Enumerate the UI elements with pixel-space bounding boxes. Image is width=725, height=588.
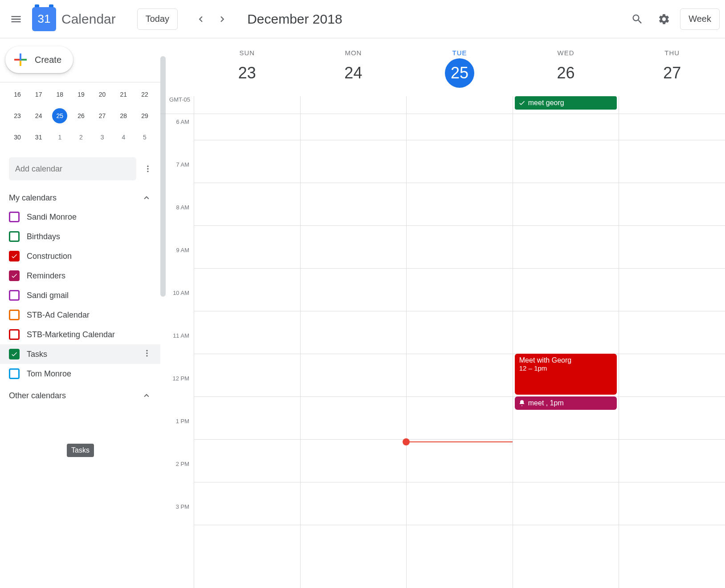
now-indicator-dot: [403, 438, 410, 445]
day-of-week: WED: [558, 49, 574, 57]
svg-rect-0: [20, 59, 21, 61]
calendar-checkbox[interactable]: [9, 290, 20, 301]
tooltip: Tasks: [67, 444, 94, 457]
day-column[interactable]: [194, 114, 300, 588]
day-header[interactable]: THU27: [619, 38, 725, 96]
time-label: 9 AM: [160, 247, 194, 290]
calendar-item[interactable]: Construction: [0, 246, 160, 266]
mini-cal-day[interactable]: 23: [10, 108, 25, 123]
day-header[interactable]: MON24: [300, 38, 407, 96]
today-button[interactable]: Today: [137, 8, 178, 30]
calendar-item[interactable]: Reminders: [0, 266, 160, 286]
mini-cal-day[interactable]: 19: [73, 87, 89, 102]
calendar-checkbox[interactable]: [9, 349, 20, 359]
calendar-item[interactable]: Sandi gmail: [0, 286, 160, 305]
allday-cell[interactable]: meet georg: [513, 96, 619, 114]
allday-cell[interactable]: [619, 96, 725, 114]
grid-columns[interactable]: Meet with Georg12 – 1pmmeet , 1pm: [194, 114, 725, 588]
calendar-label: Sandi gmail: [27, 291, 69, 300]
calendar-checkbox[interactable]: [9, 270, 20, 281]
event[interactable]: meet , 1pm: [515, 396, 617, 410]
time-label: 12 PM: [160, 375, 194, 418]
day-of-week: SUN: [239, 49, 255, 57]
mini-cal-day[interactable]: 29: [137, 108, 152, 123]
time-grid: 6 AM7 AM8 AM9 AM10 AM11 AM12 PM1 PM2 PM3…: [160, 114, 725, 588]
next-period-button[interactable]: [212, 8, 233, 30]
calendar-checkbox[interactable]: [9, 368, 20, 379]
mini-cal-day[interactable]: 27: [95, 108, 110, 123]
my-calendars-header[interactable]: My calendars: [0, 188, 160, 207]
time-label: 2 PM: [160, 461, 194, 503]
mini-calendar[interactable]: 1617181920212223242526272829303112345: [0, 87, 160, 157]
mini-cal-day[interactable]: 5: [137, 130, 152, 145]
mini-cal-day[interactable]: 17: [31, 87, 46, 102]
prev-period-button[interactable]: [190, 8, 212, 30]
mini-cal-day[interactable]: 25: [52, 108, 67, 123]
view-selector[interactable]: Week: [680, 8, 720, 30]
now-indicator: [406, 441, 513, 442]
allday-event[interactable]: meet georg: [515, 96, 617, 110]
calendar-checkbox[interactable]: [9, 212, 20, 222]
mini-cal-day[interactable]: 22: [137, 87, 152, 102]
plus-icon: [12, 52, 29, 68]
calendar-item[interactable]: STB-Ad Calendar: [0, 305, 160, 325]
svg-point-5: [146, 352, 147, 354]
allday-cell[interactable]: [406, 96, 513, 114]
calendar-item-options-icon[interactable]: [143, 349, 151, 360]
mini-cal-day[interactable]: 30: [10, 130, 25, 145]
day-column[interactable]: Meet with Georg12 – 1pmmeet , 1pm: [513, 114, 619, 588]
calendar-item[interactable]: Tom Monroe: [0, 364, 160, 384]
mini-cal-day[interactable]: 16: [10, 87, 25, 102]
search-icon[interactable]: [627, 8, 648, 30]
mini-cal-day[interactable]: 20: [95, 87, 110, 102]
time-label: 8 AM: [160, 204, 194, 247]
day-header[interactable]: SUN23: [194, 38, 300, 96]
calendar-checkbox[interactable]: [9, 329, 20, 340]
settings-icon[interactable]: [653, 8, 675, 30]
day-column[interactable]: [619, 114, 725, 588]
mini-cal-day[interactable]: 26: [73, 108, 89, 123]
add-calendar-options-icon[interactable]: [140, 161, 156, 177]
allday-cell[interactable]: [300, 96, 407, 114]
other-calendars-header[interactable]: Other calendars: [0, 386, 160, 405]
mini-cal-day[interactable]: 4: [116, 130, 131, 145]
svg-point-2: [147, 168, 148, 169]
mini-cal-day[interactable]: 31: [31, 130, 46, 145]
day-column[interactable]: [300, 114, 407, 588]
mini-cal-day[interactable]: 18: [52, 87, 67, 102]
mini-cal-day[interactable]: 24: [31, 108, 46, 123]
day-of-week: TUE: [452, 49, 467, 57]
calendar-item[interactable]: Birthdays: [0, 227, 160, 246]
calendar-label: STB-Marketing Calendar: [27, 330, 115, 339]
day-column[interactable]: [406, 114, 513, 588]
add-calendar-input[interactable]: [9, 157, 136, 180]
calendar-checkbox[interactable]: [9, 251, 20, 261]
day-headers: SUN23MON24TUE25WED26THU27: [160, 38, 725, 96]
calendar-label: STB-Ad Calendar: [27, 310, 90, 320]
logo[interactable]: 31 Calendar: [32, 7, 116, 31]
day-header[interactable]: TUE25: [406, 38, 513, 96]
calendar-item[interactable]: STB-Marketing Calendar: [0, 325, 160, 344]
svg-point-1: [147, 166, 148, 167]
mini-cal-day[interactable]: 2: [73, 130, 89, 145]
day-header[interactable]: WED26: [513, 38, 619, 96]
calendar-label: Tom Monroe: [27, 369, 71, 379]
calendar-item[interactable]: Tasks: [0, 344, 160, 364]
mini-cal-day[interactable]: 21: [116, 87, 131, 102]
event[interactable]: Meet with Georg12 – 1pm: [515, 354, 617, 395]
allday-cell[interactable]: [194, 96, 300, 114]
calendar-checkbox[interactable]: [9, 231, 20, 242]
calendar-item[interactable]: Sandi Monroe: [0, 207, 160, 227]
calendar-checkbox[interactable]: [9, 310, 20, 320]
calendar-grid: SUN23MON24TUE25WED26THU27 GMT-05 meet ge…: [160, 38, 725, 588]
menu-icon[interactable]: [5, 8, 27, 30]
mini-cal-day[interactable]: 28: [116, 108, 131, 123]
svg-point-6: [146, 355, 147, 356]
mini-cal-day[interactable]: 3: [95, 130, 110, 145]
divider: [0, 82, 160, 82]
svg-point-3: [147, 171, 148, 172]
mini-cal-day[interactable]: 1: [52, 130, 67, 145]
reminder-icon: [518, 400, 525, 407]
chevron-up-icon: [142, 391, 151, 400]
create-button[interactable]: Create: [5, 46, 73, 73]
